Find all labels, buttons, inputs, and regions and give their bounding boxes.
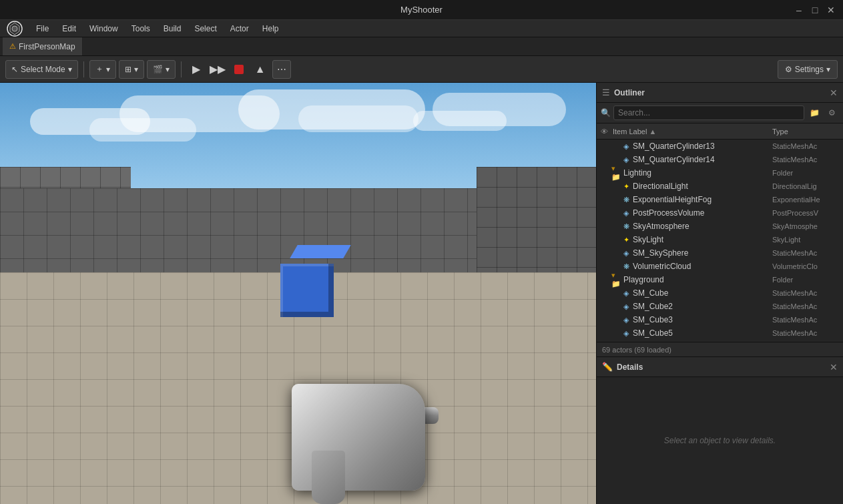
menu-build[interactable]: Build [158,23,187,35]
list-item[interactable]: ◈SM_CubeStaticMeshAc [597,286,843,300]
settings-button[interactable]: ⚙ Settings ▾ [778,60,838,79]
item-name-label: SM_Cube5 [633,328,771,338]
item-type-label: PostProcessV [772,209,839,217]
cloud-3 [89,118,196,142]
menu-window[interactable]: Window [84,23,123,35]
outliner-columns: 👁 Item Label ▲ Type [597,123,843,140]
cinematics-icon: 🎬 [153,65,163,74]
tab-bar: ⚠ FirstPersonMap [0,37,843,56]
settings-dropdown-icon: ▾ [826,65,830,74]
list-item[interactable]: ◈SM_QuarterCylinder13StaticMeshAc [597,140,843,153]
select-mode-dropdown-icon: ▾ [68,65,72,74]
viewport[interactable] [0,83,596,504]
active-tab[interactable]: ⚠ FirstPersonMap [3,37,83,55]
close-button[interactable]: ✕ [826,5,836,15]
list-item[interactable]: ❋ExponentialHeightFogExponentialHe [597,193,843,206]
item-name-label: SM_Cube [633,288,771,298]
light-icon: ✦ [621,181,631,192]
cloud-7 [298,105,418,132]
app-logo-icon[interactable] [5,19,24,38]
item-name-label: SM_QuarterCylinder14 [633,155,771,164]
details-panel: ✏️ Details ✕ Select an object to view de… [597,357,843,504]
menu-actor[interactable]: Actor [225,23,254,35]
search-icon: 🔍 [601,108,611,117]
maximize-button[interactable]: □ [810,5,820,15]
item-name-label: SM_Cube3 [633,315,771,324]
item-type-label: StaticMeshAc [772,329,839,337]
select-mode-label: Select Mode [21,65,65,74]
type-column-header[interactable]: Type [772,128,839,136]
mesh-icon: ◈ [621,301,631,312]
app-title: MyShooter [400,5,443,15]
add-actor-icon: ＋ [95,63,103,75]
sky-icon: ❋ [621,194,631,205]
details-close-button[interactable]: ✕ [830,362,838,372]
outliner-settings-button[interactable]: ⚙ [824,105,839,120]
weapon-grip [312,451,345,504]
list-item[interactable]: ◈SM_QuarterCylinder14StaticMeshAc [597,153,843,166]
item-name-label: ExponentialHeightFog [633,195,771,204]
right-panel: ☰ Outliner ✕ 🔍 📁 ⚙ 👁 Item Label ▲ Type ◈… [596,83,843,504]
item-label-column-header[interactable]: Item Label ▲ [613,128,772,136]
skip-button[interactable]: ▶▶ [208,60,227,79]
list-item[interactable]: ❋VolumetricCloudVolumetricClo [597,260,843,273]
toolbar-separator-1 [83,61,84,77]
item-name-label: Playground [623,275,771,284]
list-item[interactable]: ◈PostProcessVolumePostProcessV [597,206,843,220]
svg-point-1 [12,26,17,31]
content-browser-dropdown-icon: ▾ [134,65,138,74]
item-name-label: DirectionalLight [633,182,771,191]
stop-button[interactable] [230,60,248,79]
outliner-panel: ☰ Outliner ✕ 🔍 📁 ⚙ 👁 Item Label ▲ Type ◈… [597,83,843,357]
menu-edit[interactable]: Edit [57,23,81,35]
mesh-icon: ◈ [621,328,631,338]
cinematics-dropdown-icon: ▾ [166,65,170,74]
list-item[interactable]: ▾ 📁PlaygroundFolder [597,273,843,286]
add-actor-button[interactable]: ＋ ▾ [89,60,116,79]
cinematics-button[interactable]: 🎬 ▾ [147,60,176,79]
mesh-icon: ◈ [621,288,631,298]
list-item[interactable]: ◈SM_Cube3StaticMeshAc [597,313,843,326]
create-folder-button[interactable]: 📁 [807,105,822,120]
outliner-close-button[interactable]: ✕ [830,87,838,98]
add-actor-dropdown-icon: ▾ [106,65,110,74]
item-name-label: PostProcessVolume [633,208,771,218]
blue-cube-top [290,245,351,258]
mesh-icon: ◈ [621,154,631,165]
item-name-label: SkyLight [633,235,771,244]
main-content: ☰ Outliner ✕ 🔍 📁 ⚙ 👁 Item Label ▲ Type ◈… [0,83,843,504]
menu-tools[interactable]: Tools [126,23,156,35]
eject-button[interactable]: ▲ [251,60,270,79]
folder-icon: ▾ 📁 [611,274,622,285]
title-bar: MyShooter – □ ✕ [0,0,843,20]
minimize-button[interactable]: – [794,5,804,15]
blue-cube [280,264,334,317]
menu-file[interactable]: File [31,23,54,35]
outliner-list[interactable]: ◈SM_QuarterCylinder13StaticMeshAc◈SM_Qua… [597,140,843,342]
outliner-header: ☰ Outliner ✕ [597,83,843,103]
details-empty-message: Select an object to view details. [664,436,776,445]
menu-select[interactable]: Select [189,23,222,35]
list-item[interactable]: ❋SkyAtmosphereSkyAtmosphe [597,220,843,233]
menu-help[interactable]: Help [257,23,284,35]
list-item[interactable]: ◈SM_SkySphereStaticMeshAc [597,246,843,260]
item-type-label: StaticMeshAc [772,249,839,257]
more-options-button[interactable]: ⋯ [272,60,291,79]
list-item[interactable]: ✦DirectionalLightDirectionalLig [597,180,843,193]
list-item[interactable]: ▾ 📁LightingFolder [597,166,843,180]
select-mode-button[interactable]: ↖ Select Mode ▾ [5,60,78,79]
item-type-label: ExponentialHe [772,196,839,204]
mesh-icon: ◈ [621,314,631,325]
content-browser-button[interactable]: ⊞ ▾ [119,60,144,79]
play-button[interactable]: ▶ [187,60,206,79]
list-item[interactable]: ◈SM_Cube2StaticMeshAc [597,300,843,313]
outliner-search-input[interactable] [613,105,804,120]
outliner-title: Outliner [614,88,826,97]
toolbar-separator-2 [181,61,182,77]
tab-label: FirstPersonMap [19,42,75,51]
visibility-column-header[interactable]: 👁 [601,128,613,136]
list-item[interactable]: ✦SkyLightSkyLight [597,233,843,246]
details-title: Details [617,362,826,372]
outliner-status: 69 actors (69 loaded) [597,342,843,356]
list-item[interactable]: ◈SM_Cube5StaticMeshAc [597,326,843,340]
